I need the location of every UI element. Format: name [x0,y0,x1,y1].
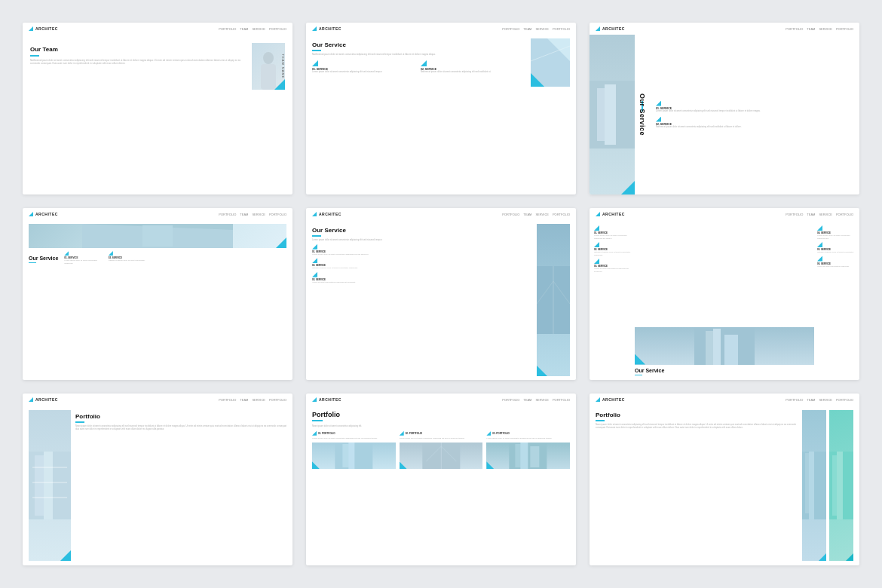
slide-2-svc-2: 02. SERVICE Nathme at ipsum dolor sit am… [421,60,525,74]
slide-5-our-service-center: ARCHITEC PORTFOLIO TEAM SERVICE PORTFOLI… [306,208,576,380]
slide-8-body: Nean ipsum dolor sit amet consectetur ad… [312,424,570,427]
slide-8-title: Portfolio [312,411,570,418]
brand-name-4: ARCHITEC [35,212,58,216]
slide-6-mid-image [635,327,814,365]
building-svg-7 [29,410,71,561]
bridge-svg [537,224,570,376]
slide-6-right-services: 04. SERVICE Lorem ipsum dolor sit amet c… [817,223,855,377]
slide-6-svc-text-r1: Lorem ipsum dolor sit amet consectetur a… [817,234,855,240]
slide-1-photo: TEAM NAME [252,43,285,90]
port-svg-9b [829,410,853,561]
arch-svg-3 [590,35,635,194]
slide-6-svc-l1: 01. SERVICE Lorem ipsum dolor sit amet c… [594,225,632,240]
port-img-svg-3 [486,443,570,469]
logo-8: ARCHITEC [312,397,341,402]
svg-rect-17 [724,335,738,365]
slide-5-left: Our Service Lorem ipsum dolor sit amet c… [312,224,532,376]
svg-rect-38 [809,452,814,519]
nav-links-1: PORTFOLIO TEAM SERVICE PORTFOLIO [219,27,286,31]
nav-links-7: PORTFOLIO TEAM SERVICE PORTFOLIO [219,398,286,402]
slide-1-body: Nathmenat ipsum dolor sit amet consectet… [30,59,248,66]
slide-6-mid: Our Service [635,223,814,377]
slide-6-svc-icon-l3 [594,259,599,264]
brand-name-3: ARCHITEC [602,26,625,31]
slide-2-image [531,38,570,87]
slide-2-accent [312,50,321,51]
slide-3-svc-1: 01. SERVICE Lorem ipsum dolor sit amet c… [656,101,853,113]
slide-7-title: Portfolio [75,413,286,420]
slide-1-accent [30,55,39,57]
slide-8-port-label-3: 03. PORTFOLIO [492,432,510,435]
svg-rect-10 [142,225,173,247]
slide-5-title: Our Service [312,227,532,234]
slide-5-svc-2: 02. SERVICE Nathme at ipsum dolor sit am… [312,258,532,270]
slide-3-our-service-rotated: ARCHITEC PORTFOLIO TEAM SERVICE PORTFOLI… [590,23,859,194]
slide-6-left-services: 01. SERVICE Lorem ipsum dolor sit amet c… [594,223,632,377]
slide-8-icon-row-1: 01. PORTFOLIO [312,431,396,436]
logo-icon-8 [312,397,317,402]
slide-4-svc-text-2: Nathme at ipsum dolor sit amet consectet… [109,259,149,262]
slide-3-image [590,35,635,194]
slide-4-title-block: Our Service [29,256,58,265]
slide-6-accent [635,375,642,376]
slide-6-svc-text-r3: Volore sit amet consectetur adipiscing. [817,265,855,268]
svg-rect-41 [837,452,843,519]
slide-6-svc-text-r2: Nathme at ipsum dolor sit amet consectet… [817,251,855,254]
slide-1-team-label: TEAM NAME [281,54,285,79]
slide-8-icon-row-2: 02. PORTFOLIO [400,431,483,436]
nav-link-team: TEAM [240,27,248,31]
slide-8-col-2: 02. PORTFOLIO Lorem ipsum dolor sit amet… [400,431,483,470]
slide-6-svc-text-l3: Volore sit amet consectetur adipiscing e… [594,268,632,273]
slide-5-svc-text-2: Nathme at ipsum dolor sit amet consectet… [312,267,532,270]
slide-2-left: Our Service Nathmenat ipsum dolor sit am… [312,38,525,74]
logo-4: ARCHITEC [29,212,58,216]
port-svg-9a [802,410,826,561]
slide-5-content: Our Service Lorem ipsum dolor sit amet c… [306,220,576,380]
slide-grid: ARCHITEC PORTFOLIO TEAM SERVICE PORTFOLI… [0,0,882,588]
nav-links-9: PORTFOLIO TEAM SERVICE PORTFOLIO [786,398,853,402]
logo-7: ARCHITEC [29,397,58,402]
brand-name-5: ARCHITEC [319,212,341,216]
slide-5-svc-icon-2 [312,258,317,263]
logo-icon-9 [596,397,600,402]
nav-bar-9: ARCHITEC PORTFOLIO TEAM SERVICE PORTFOLI… [590,394,859,406]
slide-8-port-img-3 [486,443,570,469]
slide-9-body: Nean ipsum dolor sit amet consectetur ad… [596,423,798,429]
slide-4-svc-cols: 01. SERVICE Lorem ipsum dolor sit amet c… [64,251,148,265]
nav-links-5: PORTFOLIO TEAM SERVICE PORTFOLIO [502,213,570,216]
slide-6-title: Our Service [635,368,814,373]
brand-name-1: ARCHITEC [35,26,58,31]
svg-rect-27 [348,443,354,469]
slide-9-content: Portfolio Nean ipsum dolor sit amet cons… [590,406,859,565]
slide-6-svc-r2: 05. SERVICE Nathme at ipsum dolor sit am… [817,242,855,254]
svg-rect-7 [605,84,616,145]
slide-2-body: Nathmenat ipsum dolor sit amet consectet… [312,53,525,57]
brand-name-9: ARCHITEC [602,397,625,402]
slide-6-svc-icon-r1 [817,225,822,231]
slide-4-our-service-banner: ARCHITEC PORTFOLIO TEAM SERVICE PORTFOLI… [23,208,292,380]
slide-8-port-img-2 [400,443,483,469]
slide-9-port-img-1 [802,410,826,561]
slide-8-port-text-2: Lorem ipsum dolor sit amet consectetur a… [400,437,483,440]
slide-6-svc-r1: 04. SERVICE Lorem ipsum dolor sit amet c… [817,225,855,240]
nav-bar-6: ARCHITEC PORTFOLIO TEAM SERVICE PORTFOLI… [590,208,859,220]
logo-3: ARCHITEC [596,26,625,31]
nav-links-8: PORTFOLIO TEAM SERVICE PORTFOLIO [502,398,570,402]
slide-5-svc-text-1: Lorem ipsum dolor sit amet consectetur a… [312,253,532,256]
nav-links-3: PORTFOLIO TEAM SERVICE PORTFOLIO [786,27,853,31]
slide-2-svc-text-2: Nathme at ipsum dolor sit amet consectet… [421,71,525,74]
slide-4-svc-text-1: Lorem ipsum dolor sit amet consectetur a… [64,259,104,265]
nav-links-6: PORTFOLIO TEAM SERVICE PORTFOLIO [786,213,853,216]
slide-4-svc-icon-1 [64,251,69,256]
slide-2-svc-icon-1 [312,60,318,66]
slide-5-svc-icon-1 [312,244,317,250]
logo-icon-1 [29,26,33,31]
nav-bar-7: ARCHITEC PORTFOLIO TEAM SERVICE PORTFOLI… [23,394,292,406]
slide-2-svc-1: 01. SERVICE Lorem ipsum dolor sit amet c… [312,60,416,74]
slide-1-text: Our Team Nathmenat ipsum dolor sit amet … [30,40,252,66]
slide-2-svc-text-1: Lorem ipsum dolor sit amet consectetur a… [312,71,416,74]
slide-4-accent [29,262,36,264]
slide-6-svc-l2: 02. SERVICE Nathme at ipsum dolor sit am… [594,242,632,256]
svg-rect-35 [531,446,540,467]
slide-7-accent [75,421,84,423]
